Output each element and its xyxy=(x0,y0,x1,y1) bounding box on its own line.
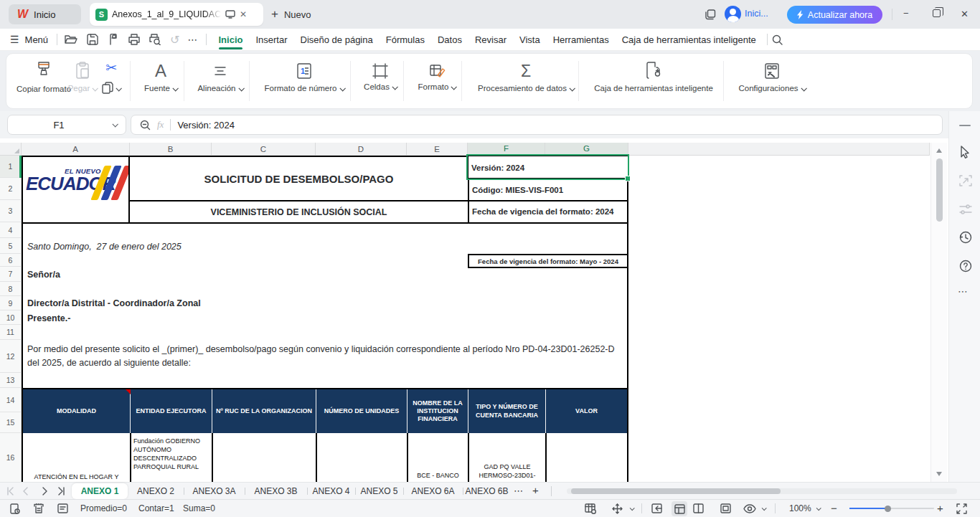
save-icon[interactable] xyxy=(87,34,98,45)
zoom-slider-thumb[interactable] xyxy=(885,506,891,512)
settings-group-button[interactable]: Configuraciones xyxy=(715,62,829,93)
account-avatar[interactable] xyxy=(725,6,741,22)
column-header-e[interactable]: E xyxy=(407,143,468,156)
menu-label[interactable]: Menú xyxy=(25,34,49,45)
row-header-15[interactable]: 15 xyxy=(0,412,22,433)
cell-d16-unidades[interactable] xyxy=(317,433,408,482)
tab-vista[interactable]: Vista xyxy=(513,29,547,50)
row-header-16[interactable]: 16 xyxy=(0,433,22,482)
outline-view-icon[interactable] xyxy=(57,503,68,513)
account-name[interactable]: Inici... xyxy=(745,9,768,19)
search-icon[interactable] xyxy=(772,34,783,45)
row-header-5[interactable]: 5 xyxy=(0,238,22,254)
row-header-1[interactable]: 1 xyxy=(0,156,22,178)
column-header-a[interactable]: A xyxy=(22,143,130,156)
view-chevron-icon[interactable] xyxy=(762,506,767,511)
cell-subtitle[interactable]: VICEMINISTERIO DE INCLUSIÓN SOCIAL xyxy=(128,200,469,224)
cell-a1-logo[interactable]: EL NUEVO ECUADOR xyxy=(22,156,130,224)
row-header-13[interactable]: 13 xyxy=(0,373,22,388)
table-header-unidades[interactable]: NÚMERO DE UNIDADES xyxy=(316,389,407,433)
column-header-f[interactable]: F xyxy=(468,143,545,156)
new-document-button[interactable]: + Nuevo xyxy=(271,6,311,23)
more-sheets-icon[interactable]: ⋯ xyxy=(514,485,523,496)
column-header-b[interactable]: B xyxy=(130,143,212,156)
export-range-icon[interactable] xyxy=(959,174,972,187)
add-sheet-icon[interactable]: + xyxy=(532,484,539,496)
normal-view-active-bg[interactable] xyxy=(672,501,687,516)
vertical-scroll-thumb[interactable] xyxy=(936,158,943,222)
row-header-14[interactable]: 14 xyxy=(0,388,22,412)
formula-input[interactable]: fx Versión: 2024 xyxy=(131,115,943,135)
tab-caja-herramientas[interactable]: Caja de herramientas inteligente xyxy=(616,29,763,50)
cell-e16-institucion[interactable]: BCE - BANCO xyxy=(408,433,469,482)
document-tab[interactable]: S Anexos_1_al_9_LIQUIDACIONE ✕ xyxy=(90,3,263,26)
zoom-out-button[interactable]: − xyxy=(831,502,837,514)
undo-icon[interactable]: ↺ xyxy=(170,33,179,47)
sheet-tab-anexo-3b[interactable]: ANEXO 3B xyxy=(245,483,307,500)
print-preview-icon[interactable] xyxy=(149,34,161,45)
first-sheet-icon[interactable] xyxy=(6,487,14,495)
scroll-down-icon[interactable] xyxy=(936,472,942,476)
select-all-corner[interactable] xyxy=(0,143,22,156)
sheet-tab-anexo-4[interactable]: ANEXO 4 xyxy=(307,483,355,500)
name-box-chevron-icon[interactable] xyxy=(112,121,118,127)
tab-datos[interactable]: Datos xyxy=(431,29,468,50)
open-file-icon[interactable] xyxy=(65,34,77,45)
horizontal-scrollbar[interactable] xyxy=(567,488,957,494)
table-header-entidad[interactable]: ENTIDAD EJECUTORA xyxy=(130,389,212,433)
zoom-slider[interactable] xyxy=(849,508,934,509)
row-header-9[interactable]: 9 xyxy=(0,296,22,310)
export-pdf-icon[interactable] xyxy=(108,34,119,45)
close-doc-tab-icon[interactable]: ✕ xyxy=(240,9,247,19)
sheet-tab-anexo-2[interactable]: ANEXO 2 xyxy=(128,483,184,500)
zoom-formula-icon[interactable] xyxy=(140,120,151,131)
tab-diseno-de-pagina[interactable]: Diseño de página xyxy=(294,29,380,50)
row-header-11[interactable]: 11 xyxy=(0,325,22,340)
sidebar-more-icon[interactable]: ⋯ xyxy=(958,285,968,297)
vertical-scrollbar[interactable] xyxy=(930,143,947,482)
cell-mode-icon[interactable] xyxy=(10,503,20,514)
sheet-tab-anexo-1[interactable]: ANEXO 1 xyxy=(72,483,128,499)
cell-title[interactable]: SOLICITUD DE DESEMBOLSO/PAGO xyxy=(128,156,469,201)
hide-sidebar-icon[interactable] xyxy=(959,124,971,127)
sheet-tab-anexo-5[interactable]: ANEXO 5 xyxy=(355,483,403,500)
wps-home-tab[interactable]: W Inicio xyxy=(9,4,81,24)
row-header-10[interactable]: 10 xyxy=(0,310,22,325)
fullscreen-icon[interactable] xyxy=(956,503,967,514)
number-format-group-button[interactable]: 1 Formato de número xyxy=(254,62,354,93)
table-tools-icon[interactable] xyxy=(585,503,596,514)
copy-format-button[interactable]: Copiar formato xyxy=(15,62,72,94)
table-header-cuenta[interactable]: TIPO Y NÚMERO DE CUENTA BANCARIA xyxy=(468,389,545,433)
table-header-ruc[interactable]: Nº RUC DE LA ORGANIZACION xyxy=(212,389,316,433)
next-sheet-icon[interactable] xyxy=(42,487,49,495)
cell-f6-vigencia-mayo[interactable]: Fecha de vigencia del formato: Mayo - 20… xyxy=(468,254,628,268)
cell-f2-codigo[interactable]: Código: MIES-VIS-F001 xyxy=(468,178,628,201)
zoom-level[interactable]: 100% xyxy=(789,503,811,513)
sheet-tab-anexo-6a[interactable]: ANEXO 6A xyxy=(403,483,463,500)
table-header-modalidad[interactable]: MODALIDAD xyxy=(23,389,130,433)
help-icon[interactable] xyxy=(959,260,972,272)
cell-f3-vigencia[interactable]: Fecha de vigencia del formato: 2024 xyxy=(468,200,628,224)
zoom-in-button[interactable]: + xyxy=(937,502,943,514)
cursor-select-icon[interactable] xyxy=(959,146,972,159)
row-header-8[interactable]: 8 xyxy=(0,282,22,296)
page-layout-view-icon[interactable] xyxy=(720,503,731,513)
pan-mode-icon[interactable] xyxy=(612,503,623,514)
column-header-c[interactable]: C xyxy=(212,143,316,156)
row-header-3[interactable]: 3 xyxy=(0,200,22,222)
reading-view-icon[interactable] xyxy=(743,504,756,513)
cell-g16-valor[interactable] xyxy=(547,433,628,482)
scroll-up-icon[interactable] xyxy=(936,148,942,153)
zoom-chevron-icon[interactable] xyxy=(816,506,821,511)
row-header-4[interactable]: 4 xyxy=(0,222,22,238)
tab-insertar[interactable]: Insertar xyxy=(249,29,293,50)
row-header-6[interactable]: 6 xyxy=(0,254,22,267)
minimize-button[interactable]: − xyxy=(903,8,909,19)
burger-menu-icon[interactable]: ☰ xyxy=(10,34,19,45)
table-header-valor[interactable]: VALOR xyxy=(545,389,627,433)
cell-a16-modalidad[interactable]: ATENCIÓN EN EL HOGAR Y xyxy=(23,433,131,482)
cell-f16-cuenta[interactable]: GAD PQ VALLE HERMOSO-23D01- xyxy=(469,433,547,482)
page-break-view-icon[interactable] xyxy=(693,503,704,513)
restore-button[interactable] xyxy=(933,9,941,17)
letter-block[interactable]: Santo Domingo, 27 de enero del 2025 Fech… xyxy=(22,222,628,389)
